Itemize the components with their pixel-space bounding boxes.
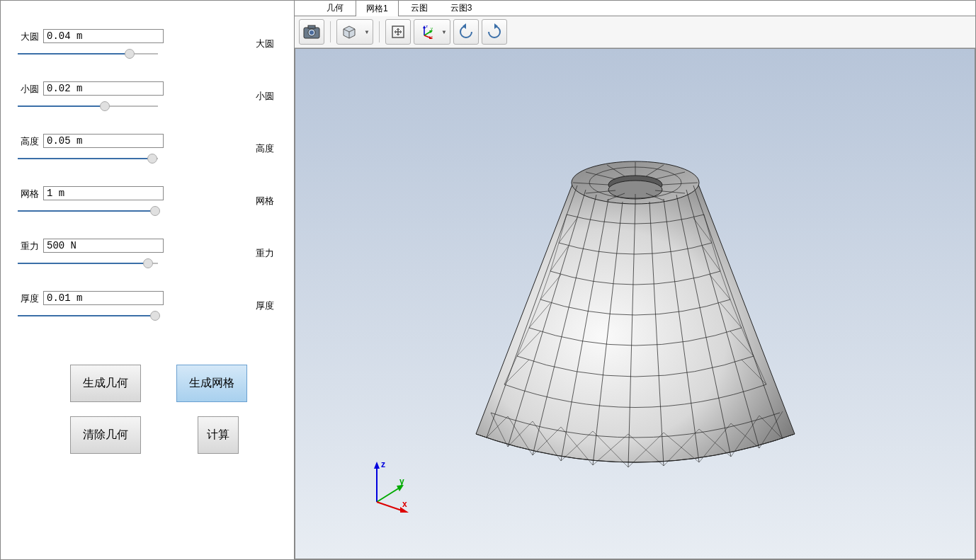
- small-circle-input[interactable]: [43, 81, 164, 96]
- gravity-slider[interactable]: [18, 257, 158, 270]
- height-slider[interactable]: [18, 152, 158, 165]
- svg-line-35: [377, 488, 399, 502]
- thickness-slider[interactable]: [18, 309, 158, 322]
- param-row-gravity: 重力 重力: [15, 239, 280, 270]
- param-label: 网格: [15, 186, 43, 200]
- svg-marker-14: [463, 23, 466, 29]
- chevron-down-icon: ▼: [441, 29, 447, 35]
- param-right-label: 高度: [256, 142, 274, 155]
- param-label: 重力: [15, 239, 43, 253]
- rotate-ccw-icon: [458, 23, 475, 40]
- rotate-cw-icon: [486, 23, 503, 40]
- parameters-panel: 大圆 大圆 小圆 小圆 高度: [1, 1, 295, 559]
- axis-triad-indicator: z y x: [363, 456, 419, 513]
- param-row-height: 高度 高度: [15, 134, 280, 165]
- svg-text:z: z: [381, 459, 385, 469]
- tab-bar: 几何 网格1 云图 云图3: [295, 1, 975, 16]
- generate-geometry-button[interactable]: 生成几何: [70, 365, 141, 402]
- camera-icon: [303, 25, 320, 39]
- viewport-toolbar: ▼ zyx ▼: [295, 16, 975, 48]
- gravity-input[interactable]: [43, 239, 164, 253]
- tab-cloud[interactable]: 云图: [400, 0, 438, 16]
- svg-text:y: y: [399, 476, 404, 486]
- zoom-extents-icon: [390, 24, 406, 40]
- param-right-label: 小圆: [256, 90, 274, 103]
- screenshot-button[interactable]: [299, 19, 324, 45]
- viewport-panel: 几何 网格1 云图 云图3 ▼ zyx: [295, 1, 975, 559]
- view-mode-dropdown[interactable]: ▼: [336, 19, 373, 45]
- param-label: 大圆: [15, 29, 43, 43]
- small-circle-slider[interactable]: [18, 100, 158, 113]
- rotate-ccw-button[interactable]: [453, 19, 479, 45]
- 3d-viewport[interactable]: z y x: [295, 48, 975, 559]
- mesh-slider[interactable]: [18, 205, 158, 217]
- param-row-small-circle: 小圆 小圆: [15, 81, 280, 113]
- svg-text:z: z: [426, 24, 428, 28]
- zoom-extents-button[interactable]: [385, 19, 411, 45]
- param-label: 小圆: [15, 81, 43, 96]
- thickness-input[interactable]: [43, 291, 164, 305]
- rotate-cw-button[interactable]: [482, 19, 507, 45]
- svg-text:x: x: [431, 35, 433, 39]
- large-circle-input[interactable]: [43, 29, 164, 43]
- param-right-label: 网格: [256, 195, 274, 207]
- svg-marker-15: [494, 23, 498, 29]
- height-input[interactable]: [43, 134, 164, 148]
- tab-geometry[interactable]: 几何: [316, 0, 354, 16]
- compute-button[interactable]: 计算: [198, 416, 239, 454]
- chevron-down-icon: ▼: [364, 29, 370, 35]
- svg-line-38: [377, 502, 404, 511]
- param-label: 厚度: [15, 291, 43, 305]
- clear-geometry-button[interactable]: 清除几何: [70, 416, 141, 454]
- svg-text:y: y: [431, 26, 433, 30]
- param-row-mesh: 网格 网格: [15, 186, 280, 217]
- cube-icon: [341, 24, 357, 40]
- svg-text:x: x: [402, 499, 407, 509]
- mesh-input[interactable]: [43, 186, 164, 200]
- param-right-label: 大圆: [256, 38, 274, 50]
- generate-mesh-button[interactable]: 生成网格: [176, 365, 247, 402]
- axis-orientation-dropdown[interactable]: zyx ▼: [414, 19, 450, 45]
- svg-rect-1: [308, 25, 315, 28]
- param-row-large-circle: 大圆 大圆: [15, 29, 280, 60]
- tab-cloud3[interactable]: 云图3: [440, 0, 483, 16]
- param-right-label: 重力: [256, 247, 274, 260]
- param-right-label: 厚度: [256, 299, 274, 312]
- large-circle-slider[interactable]: [18, 47, 158, 60]
- svg-marker-33: [374, 462, 380, 469]
- param-row-thickness: 厚度 厚度: [15, 291, 280, 322]
- tab-mesh1[interactable]: 网格1: [356, 0, 399, 16]
- svg-point-3: [310, 30, 314, 35]
- axis-triad-icon: zyx: [419, 24, 434, 40]
- mesh-render: [444, 130, 827, 498]
- param-label: 高度: [15, 134, 43, 148]
